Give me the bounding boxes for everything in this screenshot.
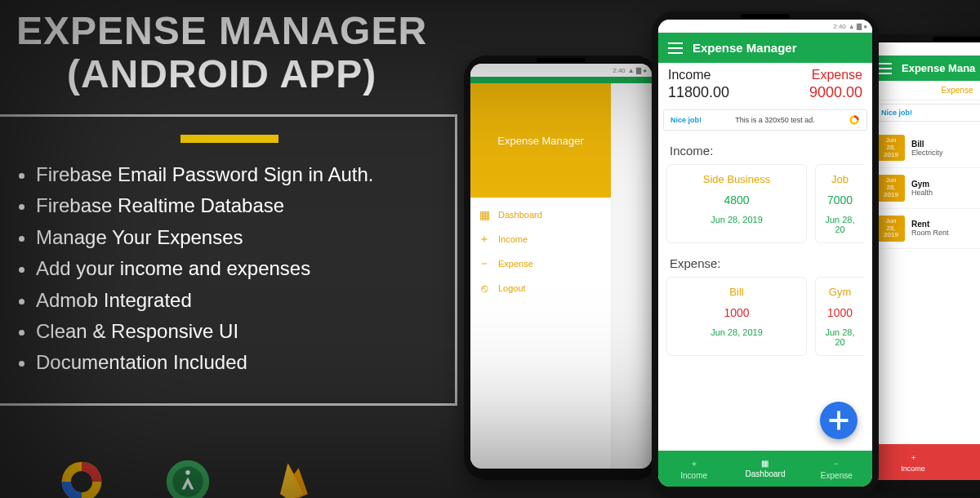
minus-icon: －: [479, 258, 490, 269]
drawer-item-label: Expense: [498, 259, 533, 269]
drawer-header: Expense Manager: [470, 83, 611, 198]
drawer-item-label: Logout: [498, 283, 526, 293]
feature-item: Admob Integrated: [36, 285, 440, 316]
income-label: Income: [668, 68, 765, 82]
nav-dashboard[interactable]: ▦ Dashboard: [729, 451, 800, 487]
feature-item: Manage Your Expenses: [36, 222, 440, 253]
admob-icon: [849, 114, 860, 126]
phone-drawer: 2:40▲ ▇ ● Expense Manager ▦ Dashboard ＋ …: [464, 56, 658, 480]
ad-banner[interactable]: Nice job! This is a 50: [874, 104, 980, 122]
drawer-item-income[interactable]: ＋ Income: [479, 233, 603, 245]
status-bar: 2:40▲ ▇ ●: [470, 64, 652, 77]
income-card[interactable]: Job 7000 Jun 28, 20: [815, 164, 864, 243]
status-bar: 2:40▲ ▇ ●: [658, 20, 872, 33]
app-title: Expense Mana: [902, 62, 975, 74]
ad-nice: Nice job!: [881, 109, 912, 117]
drawer-scrim[interactable]: [612, 83, 652, 469]
expense-card[interactable]: Bill 1000 Jun 28, 2019: [666, 277, 807, 356]
list-item[interactable]: Jun 28, 2019 Gym Health: [869, 168, 980, 208]
expense-card[interactable]: Gym 1000 Jun 28, 20: [815, 277, 864, 356]
feature-box: Firebase Email Password Sign in Auth. Fi…: [0, 114, 457, 406]
section-expense: Expense:: [658, 243, 872, 277]
grid-icon: ▦: [761, 459, 768, 468]
drawer-item-dashboard[interactable]: ▦ Dashboard: [479, 209, 603, 220]
bottom-nav: ＋ Income ▦ Dashboard － Expense: [658, 451, 872, 487]
drawer-item-expense[interactable]: － Expense: [479, 258, 603, 269]
list-item[interactable]: Jun 28, 2019 Bill Electricity: [869, 128, 980, 168]
expense-list: Jun 28, 2019 Bill Electricity Jun 28, 20…: [869, 125, 980, 252]
feature-list: Firebase Email Password Sign in Auth. Fi…: [18, 159, 440, 379]
promo-title: EXPENSE MANAGER (ANDROID APP): [16, 10, 427, 96]
menu-icon[interactable]: [877, 63, 892, 74]
android-studio-icon: [163, 457, 212, 498]
nav-label: Expense: [821, 471, 853, 480]
feature-item: Firebase Realtime Database: [36, 190, 440, 221]
plus-icon: ＋: [910, 452, 917, 463]
card-amount: 1000: [672, 306, 801, 319]
feature-item: Clean & Responsive UI: [36, 316, 440, 347]
logout-icon: ⎋: [479, 282, 490, 294]
app-bar: [470, 77, 652, 83]
admob-icon: [57, 457, 106, 498]
bottom-nav: ＋ Income ▦ Dashboa: [869, 444, 980, 480]
card-title: Side Business: [672, 173, 801, 185]
tabs: Expense: [869, 81, 980, 100]
card-title: Gym: [821, 286, 859, 298]
card-date: Jun 28, 2019: [672, 215, 801, 225]
income-card[interactable]: Side Business 4800 Jun 28, 2019: [666, 164, 807, 243]
nav-label: Income: [680, 471, 707, 480]
card-amount: 7000: [821, 193, 859, 207]
row-category: Gym: [911, 180, 933, 189]
grid-icon: ▦: [479, 209, 490, 220]
title-line-2: (ANDROID APP): [16, 53, 427, 96]
ad-banner[interactable]: Nice job! This is a 320x50 test ad.: [663, 109, 867, 131]
fab-add[interactable]: [820, 402, 858, 439]
plus-icon: [820, 402, 858, 439]
card-date: Jun 28, 2019: [672, 327, 801, 337]
app-title: Expense Manager: [693, 41, 797, 55]
phone-notch: [741, 14, 790, 19]
card-date: Jun 28, 20: [821, 215, 859, 234]
minus-icon: －: [832, 458, 840, 469]
plus-icon: ＋: [479, 233, 490, 245]
date-badge: Jun 28, 2019: [877, 135, 905, 161]
card-date: Jun 28, 20: [821, 327, 859, 347]
app-bar: Expense Manager: [658, 33, 872, 63]
phone-expense-list: 2:40▲ ▇ Expense Mana Expense Nice job! T…: [862, 34, 980, 491]
phone-mockups: 2:40▲ ▇ ● Expense Manager ▦ Dashboard ＋ …: [457, 11, 980, 498]
phone-notch: [933, 37, 980, 42]
nav-label: Income: [901, 465, 925, 473]
date-badge: Jun 28, 2019: [877, 216, 905, 242]
nav-income[interactable]: ＋ Income: [869, 444, 957, 480]
date-badge: Jun 28, 2019: [877, 175, 905, 201]
menu-icon[interactable]: [668, 42, 683, 54]
status-bar: 2:40▲ ▇: [869, 42, 980, 56]
row-category: Rent: [911, 220, 949, 229]
nav-drawer: Expense Manager ▦ Dashboard ＋ Income － E: [470, 83, 612, 469]
expense-value: 9000.00: [765, 84, 862, 101]
expense-label: Expense: [765, 68, 862, 82]
nav-income[interactable]: ＋ Income: [658, 451, 729, 487]
svg-point-2: [185, 470, 190, 475]
drawer-item-logout[interactable]: ⎋ Logout: [479, 282, 603, 294]
nav-dashboard[interactable]: ▦ Dashboa: [957, 444, 980, 480]
drawer-item-label: Income: [498, 234, 528, 244]
drawer-item-label: Dashboard: [498, 210, 542, 220]
phone-notch: [537, 58, 586, 63]
row-category: Bill: [911, 140, 943, 149]
card-amount: 4800: [672, 193, 801, 207]
accent-divider: [180, 135, 278, 143]
tab-expense[interactable]: Expense: [869, 81, 980, 100]
card-title: Bill: [672, 286, 801, 298]
app-bar: Expense Mana: [869, 56, 980, 81]
ad-text: This is a 320x50 test ad.: [735, 116, 815, 124]
title-line-1: EXPENSE MANAGER: [16, 10, 427, 53]
card-title: Job: [821, 173, 859, 185]
feature-item: Firebase Email Password Sign in Auth.: [36, 159, 440, 190]
income-value: 11800.00: [668, 84, 765, 101]
plus-icon: ＋: [690, 458, 698, 469]
nav-expense[interactable]: － Expense: [801, 451, 872, 487]
nav-label: Dashboard: [746, 469, 786, 478]
feature-item: Add your income and expenses: [36, 253, 440, 284]
list-item[interactable]: Jun 28, 2019 Rent Room Rent: [869, 209, 980, 249]
